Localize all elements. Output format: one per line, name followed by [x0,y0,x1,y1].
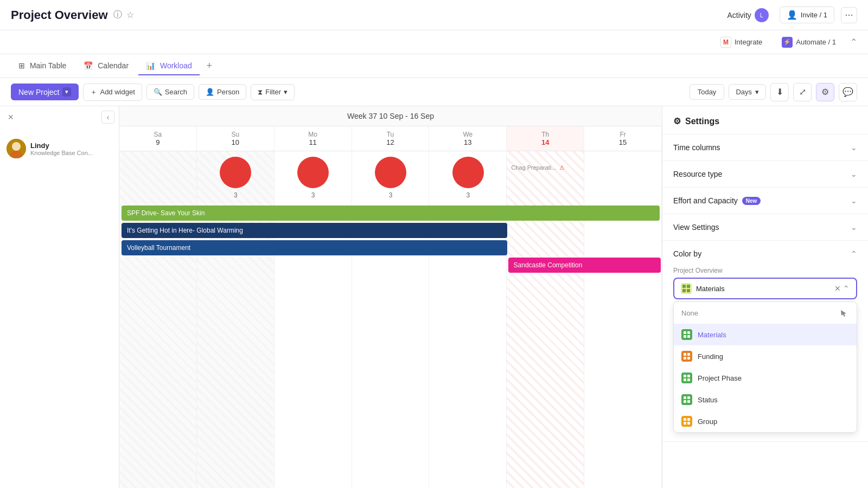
download-button[interactable]: ⬇ [770,83,789,101]
expand-icon: ⤢ [799,87,806,97]
materials-color-icon [681,283,692,294]
group-option-icon [681,416,692,427]
svg-rect-9 [684,335,686,338]
view-settings-chevron-icon: ⌄ [851,223,857,232]
effort-capacity-title: Effort and Capacity New [673,196,761,205]
dropdown-option-status[interactable]: Status [674,389,857,410]
color-dropdown-chevron-icon[interactable]: ⌃ [843,284,850,293]
color-by-header[interactable]: Color by ⌃ [662,241,868,267]
event-volleyball[interactable]: Volleyball Tournament [122,240,507,255]
invite-label: Invite / 1 [801,11,827,19]
comment-icon: 💬 [843,87,853,97]
page-title: Project Overview [11,8,108,22]
color-dropdown-list: None Materials [673,301,857,433]
star-icon[interactable]: ☆ [126,10,134,20]
add-widget-button[interactable]: ＋ Add widget [83,84,142,101]
day-col-tu [352,151,430,488]
tab-main-table[interactable]: ⊞ Main Table [11,57,74,75]
svg-rect-12 [687,353,690,356]
collapse-icon[interactable]: ⌃ [850,37,857,47]
event-global-warming[interactable]: It's Getting Hot in Here- Global Warming [122,223,507,238]
main-content: ✕ ‹ Lindy Knowledge Base Con... Week 37 … [0,106,868,488]
new-badge: New [742,197,761,205]
app-header: Project Overview ⓘ ☆ Activity L 👤 Invite… [0,0,868,30]
day-col-th: Chag Preparati... ⚠ [507,151,584,488]
status-option-icon [681,394,692,405]
event-volleyball-label: Volleyball Tournament [127,244,190,252]
automate-label: Automate / 1 [796,38,836,46]
color-dropdown-clear[interactable]: ✕ [834,284,841,293]
integrate-button[interactable]: M Integrate [715,35,768,50]
today-button[interactable]: Today [690,84,725,100]
filter-button[interactable]: ⧗ Filter ▾ [251,84,295,100]
circle-mo: 3 [275,157,352,199]
status-option-label: Status [698,396,718,404]
event-sandcastle[interactable]: Sandcastle Competition [508,258,661,273]
effort-capacity-header[interactable]: Effort and Capacity New ⌄ [662,188,868,214]
settings-button[interactable]: ⚙ [816,83,834,101]
filter-chevron-icon: ▾ [284,88,288,96]
new-project-dropdown-arrow[interactable]: ▾ [62,87,71,97]
event-spf-drive[interactable]: SPF Drive- Save Your Skin [122,206,660,221]
svg-rect-26 [687,422,690,425]
new-project-button[interactable]: New Project ▾ [11,84,79,100]
funding-option-label: Funding [698,352,723,361]
search-button[interactable]: 🔍 Search [146,84,194,100]
event-global-warming-label: It's Getting Hot in Here- Global Warming [127,227,243,234]
info-icon[interactable]: ⓘ [113,9,122,21]
nav-tabs: ⊞ Main Table 📅 Calendar 📊 Workload + [0,54,868,78]
resource-type-chevron-icon: ⌄ [851,170,857,178]
tab-calendar[interactable]: 📅 Calendar [76,57,136,75]
day-headers: Sa9 Su10 Mo11 Tu12 We13 Th14 Fr15 [119,126,662,151]
day-header-su10: Su10 [197,126,275,151]
comment-button[interactable]: 💬 [839,83,857,101]
add-icon: ＋ [90,87,97,97]
user-subtitle: Knowledge Base Con... [30,150,112,156]
close-panel-button[interactable]: ✕ [4,111,17,124]
calendar-body: Chag Preparati... ⚠ 3 3 [119,151,662,488]
svg-rect-20 [687,396,690,399]
person-button[interactable]: 👤 Person [199,84,246,100]
funding-option-icon [681,351,692,362]
day-header-fr15: Fr15 [584,126,662,151]
left-panel: ✕ ‹ Lindy Knowledge Base Con... [0,106,119,488]
svg-rect-11 [684,353,686,356]
resource-type-header[interactable]: Resource type ⌄ [662,161,868,187]
more-button[interactable]: ··· [841,7,857,23]
header-right: Activity L 👤 Invite / 1 ··· [723,6,857,24]
dropdown-option-project-phase[interactable]: Project Phase [674,367,857,389]
day-header-tu12: Tu12 [352,126,430,151]
svg-rect-8 [687,331,690,334]
automate-button[interactable]: ⚡ Automate / 1 [776,35,841,50]
tab-workload[interactable]: 📊 Workload [138,57,200,75]
activity-button[interactable]: Activity L [723,6,773,24]
back-button[interactable]: ‹ [101,111,114,124]
color-by-dropdown[interactable]: Materials ✕ ⌃ [673,278,857,299]
svg-point-1 [12,142,21,151]
color-by-chevron-icon: ⌃ [851,249,857,258]
dropdown-option-materials[interactable]: Materials [674,324,857,345]
time-columns-title: Time columns [673,143,720,152]
circle-we-dot [452,157,484,188]
expand-button[interactable]: ⤢ [793,83,812,101]
week-header: Week 37 10 Sep - 16 Sep [119,106,662,126]
filter-icon: ⧗ [258,88,263,97]
dropdown-option-none[interactable]: None [674,302,857,324]
dropdown-option-group[interactable]: Group [674,410,857,432]
invite-button[interactable]: 👤 Invite / 1 [780,7,834,23]
circle-we: 3 [429,157,507,199]
view-settings-header[interactable]: View Settings ⌄ [662,214,868,240]
svg-rect-19 [684,396,686,399]
add-tab-button[interactable]: + [202,59,217,74]
circle-mo-dot [297,157,329,188]
settings-section-time-columns: Time columns ⌄ [662,134,868,161]
days-selector[interactable]: Days ▾ [729,84,766,100]
circle-we-count: 3 [467,191,470,199]
none-label: None [681,309,698,317]
svg-rect-13 [684,357,686,359]
dropdown-option-funding[interactable]: Funding [674,345,857,367]
time-columns-header[interactable]: Time columns ⌄ [662,134,868,160]
svg-rect-16 [687,375,690,377]
activity-avatar: L [755,8,769,22]
svg-rect-3 [682,285,686,288]
